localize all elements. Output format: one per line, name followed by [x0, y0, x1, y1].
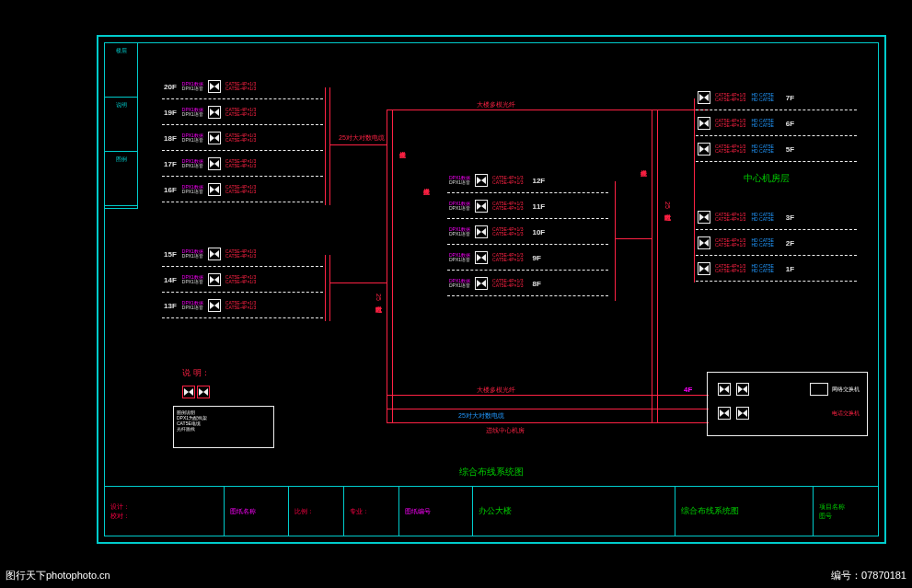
bundle-label: 25对大对数电缆 — [374, 294, 383, 301]
patch-panel-icon — [208, 248, 221, 260]
floor-node: 13F DPX1数据DPX1语音 CAT5E-4P×1/3CAT5E-4P×1/… — [164, 299, 256, 312]
floor-node: DPX1数据DPX1语音 CAT5E-4P×1/3CAT5E-4P×1/3 12… — [449, 174, 548, 187]
wire — [387, 395, 709, 396]
center-room-label: 中心机房层 — [744, 172, 790, 185]
floor-node: DPX1数据DPX1语音 CAT5E-4P×1/3CAT5E-4P×1/3 8F — [449, 277, 545, 290]
bundle-label: 大楼多模光纤 — [477, 100, 515, 110]
floor-node: 20F DPX1数据 DPX1语音 CAT5E-4P×1/3 CAT5E-4P×… — [164, 80, 256, 93]
bundle-label: 25对大对数电缆 — [339, 133, 385, 143]
wire — [615, 238, 652, 239]
patch-panel-icon — [475, 225, 488, 238]
floor-node: DPX1数据DPX1语音 CAT5E-4P×1/3CAT5E-4P×1/3 11… — [449, 200, 548, 213]
floor-node: CAT5E-4P×1/3CAT5E-4P×1/3 HD CAT5EHD CAT5… — [698, 143, 798, 156]
side-cell: 楼层 — [105, 43, 137, 98]
patch-panel-icon — [698, 91, 710, 104]
tb-drawing-name: 综合布线系统图 — [675, 487, 814, 536]
tb-building: 办公大楼 — [473, 487, 675, 536]
floor-text: DPX1数据 DPX1语音 — [182, 82, 203, 92]
image-id: 编号：07870181 — [831, 569, 906, 582]
side-cell: 说明 — [105, 98, 137, 152]
server-room-box: 网络交换机 电话交换机 — [707, 372, 868, 436]
legend-title: 说 明： — [182, 367, 210, 379]
wire — [392, 110, 393, 422]
tb-cell: 图纸名称 — [225, 487, 289, 536]
floor-node: CAT5E-4P×1/3CAT5E-4P×1/3 HD CAT5EHD CAT5… — [698, 117, 798, 130]
floor-label: 20F — [164, 83, 177, 91]
side-strip: 楼层 说明 图例 — [105, 43, 138, 209]
wire — [657, 110, 658, 422]
floor-node: 17F DPX1数据DPX1语音 CAT5E-4P×1/3CAT5E-4P×1/… — [164, 157, 256, 170]
drawing-caption: 综合布线系统图 — [105, 466, 878, 478]
wire — [325, 255, 326, 321]
wire — [329, 282, 387, 283]
floor-node: CAT5E-4P×1/3CAT5E-4P×1/3 HD CAT5EHD CAT5… — [698, 262, 798, 275]
patch-panel-icon — [736, 407, 749, 420]
patch-panel-icon — [698, 117, 710, 130]
floor-node: DPX1数据DPX1语音 CAT5E-4P×1/3CAT5E-4P×1/3 9F — [449, 251, 545, 264]
bundle-label: 25对大对数电缆 — [663, 202, 672, 209]
bundle-label: 大楼多模光纤 — [477, 386, 515, 395]
patch-panel-icon — [208, 299, 221, 312]
floor-node: DPX1数据DPX1语音 CAT5E-4P×1/3CAT5E-4P×1/3 10… — [449, 225, 548, 238]
tb-cell: 专业： — [344, 487, 399, 536]
patch-panel-icon — [475, 200, 488, 213]
patch-panel-icon — [475, 251, 488, 264]
wire — [387, 422, 709, 423]
patch-panel-icon — [698, 236, 710, 249]
wire — [325, 87, 326, 205]
patch-panel-icon — [208, 273, 221, 286]
drawing-frame: 楼层 说明 图例 20F DPX1数据 DPX1语音 CAT5E-4P×1/3 … — [97, 35, 886, 544]
floor-node: 18F DPX1数据DPX1语音 CAT5E-4P×1/3CAT5E-4P×1/… — [164, 132, 256, 144]
watermark: 图行天下photophoto.cn — [6, 569, 110, 582]
patch-panel-icon — [698, 143, 710, 156]
patch-panel-icon — [197, 386, 210, 398]
tb-serial: 项目名称 图号 — [814, 487, 878, 536]
wire — [615, 181, 616, 301]
patch-panel-icon — [698, 211, 710, 224]
wire — [329, 87, 330, 205]
wire — [329, 255, 330, 321]
floor-node: 16F DPX1数据DPX1语音 CAT5E-4P×1/3CAT5E-4P×1/… — [164, 183, 256, 196]
tb-cell: 图纸编号 — [399, 487, 473, 536]
patch-panel-icon — [698, 262, 710, 275]
basement-floor: 4F — [684, 386, 692, 394]
wire — [387, 409, 709, 409]
patch-panel-icon — [475, 174, 488, 187]
patch-panel-icon — [718, 383, 731, 396]
wire — [329, 144, 387, 145]
wire — [387, 110, 709, 110]
patch-panel-icon — [208, 157, 221, 170]
title-block: 设计： 校对： 图纸名称 比例： 专业： 图纸编号 办公大楼 综合布线系统图 项… — [105, 486, 878, 536]
floor-node: 19F DPX1数据DPX1语音 CAT5E-4P×1/3CAT5E-4P×1/… — [164, 106, 256, 119]
side-cell: 图例 — [105, 152, 137, 206]
patch-panel-icon — [208, 183, 221, 196]
dash-line — [162, 98, 323, 99]
server-tel-label: 电话交换机 — [832, 409, 860, 418]
wire — [387, 110, 387, 422]
patch-panel-icon — [208, 106, 221, 119]
legend-box: 图例说明 DPX1为配线架 CAT5E电缆 光纤跳线 — [173, 406, 274, 448]
patch-panel-icon — [182, 386, 195, 398]
floor-node: CAT5E-4P×1/3CAT5E-4P×1/3 HD CAT5EHD CAT5… — [698, 211, 798, 224]
floor-node: 15F DPX1数据DPX1语音 CAT5E-4P×1/3CAT5E-4P×1/… — [164, 248, 256, 260]
patch-panel-icon — [208, 132, 221, 144]
drawing-frame-inner: 楼层 说明 图例 20F DPX1数据 DPX1语音 CAT5E-4P×1/3 … — [104, 42, 879, 536]
wire — [652, 110, 652, 422]
patch-panel-icon — [718, 407, 731, 420]
tb-cell: 比例： — [289, 487, 344, 536]
link-text: CAT5E-4P×1/3 CAT5E-4P×1/3 — [225, 82, 256, 92]
patch-panel-icon — [208, 80, 221, 93]
switch-icon — [810, 383, 828, 396]
tb-cell: 设计： 校对： — [105, 487, 225, 536]
floor-node: CAT5E-4P×1/3CAT5E-4P×1/3 HD CAT5EHD CAT5… — [698, 236, 798, 249]
legend-symbol — [182, 386, 210, 399]
floor-node: CAT5E-4P×1/3CAT5E-4P×1/3 HD CAT5EHD CAT5… — [698, 91, 798, 104]
floor-node: 14F DPX1数据DPX1语音 CAT5E-4P×1/3CAT5E-4P×1/… — [164, 273, 256, 286]
bundle-label: 进线中心机房 — [486, 426, 525, 435]
diagram-area: 20F DPX1数据 DPX1语音 CAT5E-4P×1/3 CAT5E-4P×… — [145, 54, 867, 480]
server-net-label: 网络交换机 — [832, 386, 860, 394]
patch-panel-icon — [736, 383, 749, 396]
wire — [694, 98, 695, 282]
patch-panel-icon — [475, 277, 488, 290]
bundle-label: 25对大对数电缆 — [458, 411, 504, 421]
